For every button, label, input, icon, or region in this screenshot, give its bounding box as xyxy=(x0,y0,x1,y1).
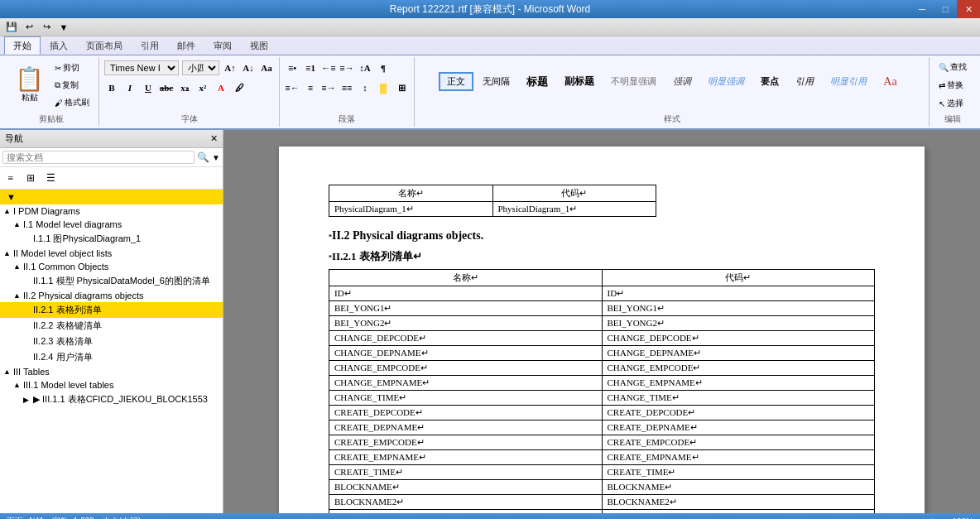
table-cell: CREATE_DEPCODE↵ xyxy=(329,406,603,420)
replace-button[interactable]: ⇄ 替换 xyxy=(934,77,971,94)
style-intense-em[interactable]: 明显强调 xyxy=(700,73,752,90)
align-justify-button[interactable]: ≡≡ xyxy=(339,80,354,95)
tree-item-phys-diagram-1[interactable]: I.1.1 图PhysicalDiagram_1 xyxy=(0,231,223,247)
superscript-button[interactable]: x² xyxy=(195,80,210,95)
shading-button[interactable]: ▓ xyxy=(376,80,391,95)
search-input[interactable] xyxy=(2,151,195,164)
style-strong[interactable]: 要点 xyxy=(753,73,786,90)
grow-font-button[interactable]: A↑ xyxy=(223,60,238,75)
select-button[interactable]: ↖ 选择 xyxy=(934,95,971,112)
style-subtle-em[interactable]: 不明显强调 xyxy=(603,73,664,90)
indent-decrease-button[interactable]: ←≡ xyxy=(321,60,336,75)
tree-label: III.1 Model level tables xyxy=(23,380,113,390)
tab-view[interactable]: 视图 xyxy=(241,36,277,55)
clear-format-button[interactable]: Aa xyxy=(259,60,274,75)
nav-headings-btn[interactable]: ≡ xyxy=(2,169,20,187)
undo-qa-button[interactable]: ↩ xyxy=(22,20,36,35)
quick-access-toolbar: 💾 ↩ ↪ ▼ xyxy=(0,18,980,36)
tree-item-phys-diag-obj[interactable]: ▲ II.2 Physical diagrams objects xyxy=(0,289,223,302)
style-no-spacing[interactable]: 无间隔 xyxy=(475,73,517,90)
bold-button[interactable]: B xyxy=(104,80,119,95)
style-intense-quote[interactable]: 明显引用 xyxy=(823,73,874,90)
tab-mail[interactable]: 邮件 xyxy=(168,36,204,55)
table-row: CHANGE_DEPCODE↵CHANGE_DEPCODE↵ xyxy=(329,331,875,346)
maximize-button[interactable]: □ xyxy=(934,0,957,18)
nav-results-btn[interactable]: ☰ xyxy=(41,169,60,187)
nav-pane-close-button[interactable]: ✕ xyxy=(210,133,218,144)
paragraph-mark-button[interactable]: ¶ xyxy=(376,60,391,75)
find-button[interactable]: 🔍 查找 xyxy=(934,59,971,75)
tree-item-key-list[interactable]: II.2.2 表格键清单 xyxy=(0,318,223,334)
tab-insert[interactable]: 插入 xyxy=(41,36,77,55)
font-size-select[interactable]: 小四 xyxy=(182,60,219,75)
nav-selected-bar[interactable]: ▼ xyxy=(0,190,223,204)
doc-area[interactable]: 名称↵ 代码↵ PhysicalDiagram_1↵ PhysicalDiagr… xyxy=(223,130,980,513)
table-row: BEI_YONG2↵BEI_YONG2↵ xyxy=(329,316,875,331)
tree-item-table-cficd[interactable]: ▶ ▶ III.1.1 表格CFICD_JIEKOU_BLOCK1553 xyxy=(0,392,223,407)
search-dropdown[interactable]: ▼ xyxy=(212,153,220,162)
text-color-button[interactable]: A xyxy=(214,80,228,95)
tab-ref[interactable]: 引用 xyxy=(132,36,168,55)
tab-home[interactable]: 开始 xyxy=(4,36,41,55)
shrink-font-button[interactable]: A↓ xyxy=(241,60,256,75)
search-button[interactable]: 🔍 xyxy=(197,151,209,164)
style-heading2[interactable]: 副标题 xyxy=(557,72,602,91)
underline-button[interactable]: U xyxy=(141,80,156,95)
highlight-button[interactable]: 🖊 xyxy=(232,80,247,95)
tab-review[interactable]: 审阅 xyxy=(204,36,241,55)
tree-item-pdm[interactable]: ▲ I PDM Diagrams xyxy=(0,204,223,218)
style-heading1[interactable]: 标题 xyxy=(519,72,555,92)
cut-button[interactable]: ✂ 剪切 xyxy=(50,60,94,76)
strikethrough-button[interactable]: abc xyxy=(159,80,174,95)
redo-qa-button[interactable]: ↪ xyxy=(39,20,54,35)
font-style-row: B I U abc x₂ x² A 🖊 xyxy=(104,79,274,97)
align-center-button[interactable]: ≡ xyxy=(303,80,318,95)
ribbon-tabs: 开始 插入 页面布局 引用 邮件 审阅 视图 xyxy=(0,36,980,55)
tree-label: II.1 Common Objects xyxy=(23,262,108,272)
tree-item-view-list[interactable]: II.2.3 表格清单 xyxy=(0,334,223,349)
expand-icon xyxy=(23,322,33,330)
tree-item-table-list[interactable]: II.2.1 表格列清单 xyxy=(0,302,223,318)
tree-item-user-list[interactable]: II.2.4 用户清单 xyxy=(0,349,223,365)
tree-item-phys-model[interactable]: II.1.1 模型 PhysicalDataModel_6的图的清单 xyxy=(0,273,223,289)
tree-item-model-obj[interactable]: ▲ II Model level object lists xyxy=(0,247,223,260)
table-cell: CREATE_DEPCODE↵ xyxy=(602,406,875,420)
window-controls: ─ □ ✕ xyxy=(910,0,980,18)
style-emphasis[interactable]: 强调 xyxy=(665,73,699,90)
tree-item-model-tables[interactable]: ▲ III.1 Model level tables xyxy=(0,378,223,392)
subscript-button[interactable]: x₂ xyxy=(177,80,192,95)
sort-button[interactable]: ↕A xyxy=(358,60,372,75)
dropdown-qa-button[interactable]: ▼ xyxy=(56,20,71,35)
italic-button[interactable]: I xyxy=(122,80,137,95)
close-button[interactable]: ✕ xyxy=(957,0,980,18)
style-aa[interactable]: Aa xyxy=(876,73,904,91)
line-spacing-button[interactable]: ↕ xyxy=(358,80,372,95)
number-list-button[interactable]: ≡1 xyxy=(303,60,318,75)
tree-item-model-diagrams[interactable]: ▲ I.1 Model level diagrams xyxy=(0,218,223,231)
nav-pages-btn[interactable]: ⊞ xyxy=(22,169,40,187)
tab-layout[interactable]: 页面布局 xyxy=(77,36,132,55)
table-cell: CREATE_DEPNAME↵ xyxy=(329,420,603,435)
tree-item-common-obj[interactable]: ▲ II.1 Common Objects xyxy=(0,260,223,273)
minimize-button[interactable]: ─ xyxy=(910,0,934,18)
align-right-button[interactable]: ≡→ xyxy=(321,80,336,95)
bullet-list-button[interactable]: ≡• xyxy=(285,60,300,75)
table-cell: BEI_YONG2↵ xyxy=(329,316,603,331)
table-row: CREATE_TIME↵CREATE_TIME↵ xyxy=(329,465,875,480)
copy-button[interactable]: ⧉ 复制 xyxy=(50,77,94,94)
borders-button[interactable]: ⊞ xyxy=(394,80,409,95)
nav-tree: ▲ I PDM Diagrams ▲ I.1 Model level diagr… xyxy=(0,204,223,513)
tree-item-tables[interactable]: ▲ III Tables xyxy=(0,365,223,378)
expand-icon xyxy=(23,306,33,315)
indent-increase-button[interactable]: ≡→ xyxy=(339,60,354,75)
style-quote[interactable]: 引用 xyxy=(788,73,821,90)
format-painter-button[interactable]: 🖌 格式刷 xyxy=(50,94,94,111)
align-left-button[interactable]: ≡← xyxy=(285,80,300,95)
table-row: CREATE_EMPCODE↵CREATE_EMPCODE↵ xyxy=(329,435,875,450)
save-qa-button[interactable]: 💾 xyxy=(4,20,19,35)
font-name-select[interactable]: Times New I xyxy=(104,60,179,75)
style-normal[interactable]: 正文 xyxy=(439,72,473,91)
paste-button[interactable]: 📋 粘贴 xyxy=(9,63,50,108)
table-cell: BLOCKNAME↵ xyxy=(329,480,603,495)
table-cell: PhysicalDiagram_1↵ xyxy=(492,202,656,217)
